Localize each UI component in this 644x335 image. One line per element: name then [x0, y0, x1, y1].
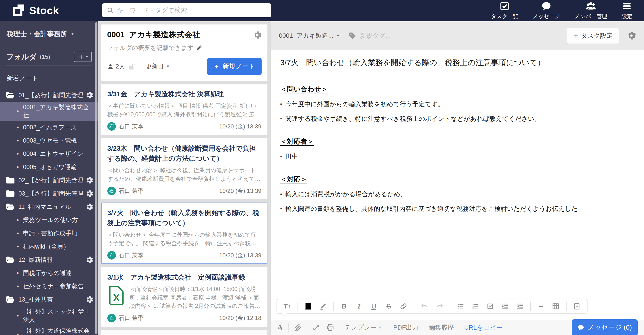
redo-button[interactable] — [435, 303, 444, 310]
nav-messages[interactable]: メッセージ — [532, 1, 560, 20]
gear-icon[interactable] — [86, 203, 93, 210]
undo-button[interactable] — [420, 303, 429, 310]
new-note-button[interactable]: ＋ 新規ノート — [207, 58, 262, 75]
numbered-list-button[interactable] — [471, 303, 480, 310]
highlighter-button[interactable] — [319, 303, 328, 310]
italic-button[interactable]: I — [354, 302, 364, 310]
message-button[interactable]: メッセージ (0) — [572, 319, 638, 335]
note-dot-icon: ● — [16, 218, 19, 222]
attachment-button[interactable] — [294, 324, 302, 332]
sidebar-note-procedures[interactable]: ● 申請・書類作成手順 — [0, 227, 98, 240]
edit-history-button[interactable]: 編集履歴 — [429, 323, 454, 332]
folder-gear-icon[interactable] — [253, 31, 262, 39]
note-card-kenkoshindan[interactable]: 3/23木 問い合わせ（健康診断費用を会社で負担する際の、経費計上の方法について… — [101, 138, 268, 200]
breadcrumb-folder-selector[interactable]: 0001_アカキ製造... ▼ — [279, 32, 340, 40]
sidebar-note-seminar[interactable]: ● 社外セミナー参加報告 — [0, 280, 98, 293]
avatar: 石 — [107, 251, 116, 260]
bullet-icon: ▪ — [280, 204, 282, 213]
sidebar-scrollbar[interactable] — [95, 22, 98, 334]
sidebar-note-0005[interactable]: ● 0005_オセガワ運輸 — [0, 160, 98, 174]
search-input[interactable] — [117, 7, 266, 14]
sidebar-note-nta[interactable]: ● 国税庁からの通達 — [0, 266, 98, 280]
copy-url-button[interactable]: URLをコピー — [464, 323, 502, 332]
sidebar-folder-13[interactable]: 13_社外共有 — [0, 293, 98, 306]
folders-title: フォルダ — [6, 52, 36, 62]
members-icon — [586, 1, 596, 11]
folder-members[interactable]: 2人 — [107, 62, 125, 70]
nav-member-management[interactable]: メンバー管理 — [574, 1, 607, 20]
sort-selector[interactable]: 更新日 ▼ — [146, 62, 170, 70]
gear-icon[interactable] — [86, 176, 93, 184]
sidebar-item-new-notes[interactable]: 新着ノート — [0, 66, 98, 88]
table-button[interactable] — [551, 302, 560, 310]
settings-menu-icon — [622, 1, 632, 11]
toolbar-pointer — [282, 311, 287, 316]
bullet-item: ▪ 今年度中に外国からの輸入業務を初めて行う予定です。 — [280, 100, 634, 108]
format-toolbar: T↕ B I U S — [277, 299, 588, 314]
sidebar-note-tools[interactable]: ● 業務ツールの使い方 — [0, 214, 98, 227]
sidebar-note-sharoushi[interactable]: ● 【社外】ストック社労士法人 — [0, 306, 98, 325]
task-item[interactable]: 決算処理に関する書類の送付 期限 24/03/06 (水) 石 石口 茉季 >>… — [101, 330, 268, 335]
sidebar-note-0001[interactable]: ● 0001_アカキ製造株式会社 — [0, 102, 98, 121]
sidebar-note-0002[interactable]: ● 0002_イムラフーズ — [0, 121, 98, 134]
note-gear-icon[interactable] — [627, 31, 636, 40]
sidebar-folder-12[interactable]: 12_最新情報 — [0, 253, 98, 266]
gear-icon[interactable] — [86, 296, 93, 303]
note-dot-icon: ● — [16, 244, 19, 249]
gear-icon[interactable] — [86, 190, 93, 197]
add-folder-button[interactable]: ＋ ▾ — [74, 52, 92, 62]
chevron-down-icon: ▼ — [70, 32, 74, 36]
underline-button[interactable]: U — [370, 302, 378, 310]
strikethrough-button[interactable]: S — [384, 302, 393, 310]
sidebar-folder-02[interactable]: 02_【か行】顧問先管理 — [0, 174, 98, 187]
global-search[interactable] — [102, 3, 271, 17]
nav-task-list[interactable]: タスク一覧 — [491, 1, 518, 20]
link-button[interactable] — [399, 303, 408, 310]
sidebar-note-wiki[interactable]: ● 社内wiki（全員） — [0, 240, 98, 253]
template-button[interactable]: テンプレート — [344, 323, 383, 332]
nav-settings[interactable]: 設定 — [622, 1, 632, 20]
new-tag-input[interactable] — [360, 32, 423, 39]
note-dot-icon: ● — [16, 332, 19, 335]
checklist-button[interactable] — [486, 303, 495, 310]
print-button[interactable] — [326, 324, 334, 332]
workspace-switcher[interactable]: 税理士・会計事務所 ▼ — [0, 21, 98, 40]
section-heading: ＜対応＞ — [280, 175, 634, 184]
expand-button[interactable] — [312, 324, 320, 331]
note-card-kessan[interactable]: 3/31金 アカキ製造株式会社 決算処理 ＜事前に聞いている情報＞ 項目 情報 … — [101, 84, 268, 135]
sidebar-note-0004[interactable]: ● 0004_エトウデザイン — [0, 147, 98, 160]
bullet-list-button[interactable] — [456, 303, 465, 310]
outdent-button[interactable] — [516, 303, 524, 310]
app-logo[interactable]: Stock — [0, 4, 98, 16]
gear-icon[interactable] — [86, 256, 93, 264]
section-heading: ＜問い合わせ＞ — [280, 85, 634, 94]
note-body[interactable]: ＜問い合わせ＞ ▪ 今年度中に外国からの輸入業務を初めて行う予定です。 ▪ 関連… — [271, 75, 644, 222]
indent-button[interactable] — [500, 303, 510, 310]
note-title[interactable]: 3/7火 問い合わせ（輸入業務を開始する際の、税務上の注意事項について） — [280, 57, 634, 68]
sidebar-folder-03[interactable]: 03_【さ行】顧問先管理 — [0, 187, 98, 200]
note-card-yunyu-selected[interactable]: 3/7火 問い合わせ（輸入業務を開始する際の、税務上の注意事項について） ＜問い… — [101, 202, 268, 264]
folder-description[interactable]: フォルダの概要を記載できます — [107, 44, 262, 52]
folders-count: (15) — [40, 54, 50, 60]
bold-button[interactable]: B — [340, 302, 348, 310]
folder-title: 0001_アカキ製造株式会社 — [107, 30, 253, 39]
collapse-toolbar-button[interactable] — [572, 302, 581, 310]
gear-icon[interactable] — [86, 92, 93, 99]
unlock-icon[interactable] — [128, 62, 136, 70]
pdf-export-button[interactable]: PDF出力 — [393, 323, 418, 332]
sidebar-note-daido[interactable]: ● 【社外】大道保険株式会社 — [0, 325, 98, 335]
horizontal-rule-button[interactable] — [536, 303, 546, 310]
note-dot-icon: ● — [16, 109, 19, 114]
stock-app: Stock タスク一覧 — [0, 0, 644, 335]
sidebar-folder-11[interactable]: 11_社内マニュアル — [0, 200, 98, 214]
task-setting-button[interactable]: ＋ タスク設定 — [567, 28, 619, 44]
note-dot-icon: ● — [16, 138, 19, 143]
font-color-button[interactable] — [304, 303, 313, 310]
sidebar-note-0003[interactable]: ● 0003_ウヤモト電機 — [0, 134, 98, 147]
font-size-button[interactable]: T↕ — [283, 302, 292, 310]
sidebar-folder-01[interactable]: 01_【あ行】顧問先管理 — [0, 88, 98, 102]
note-card-mendan[interactable]: 3/1水 アカキ製造株式会社 定例面談議事録 X ＜面談情報＞面談日時：3/1水… — [101, 267, 268, 327]
font-style-button[interactable]: A — [277, 323, 283, 332]
bullet-item: ▪ 輸入関連の書類を整備し、具体的な取引内容に基づき適切な税務対応をご検討いただ… — [280, 204, 634, 213]
note-list-column: 0001_アカキ製造株式会社 フォルダの概要を記載できます 2人 — [98, 21, 270, 335]
